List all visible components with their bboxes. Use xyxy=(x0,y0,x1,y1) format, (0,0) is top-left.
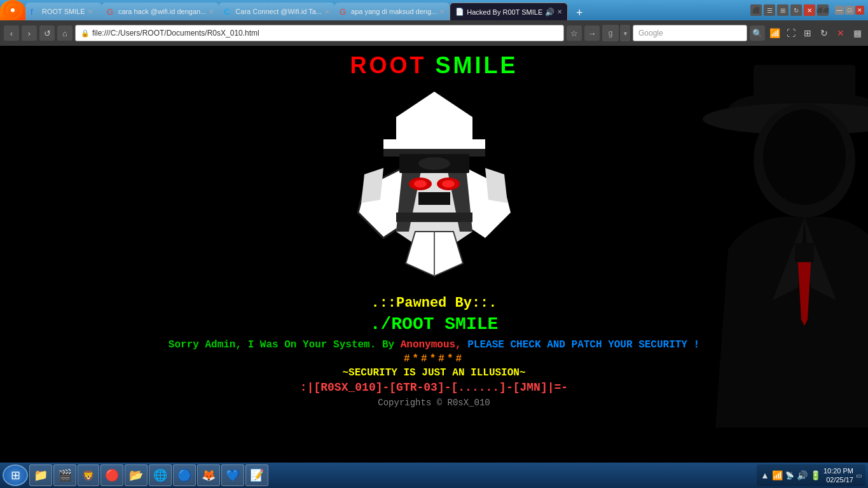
audio-icon: 🔊 xyxy=(545,8,555,17)
go-button[interactable]: → xyxy=(584,25,600,41)
uc-icon1[interactable]: ⬛ xyxy=(750,4,762,16)
address-bar[interactable]: 🔒 file:///C:/Users/ROOT/Documents/R0sX_0… xyxy=(75,25,564,41)
refresh-button[interactable]: ↺ xyxy=(39,25,55,41)
qr-icon[interactable]: ▦ xyxy=(850,26,864,40)
taskbar-item-folder-green[interactable]: 📂 xyxy=(125,464,148,486)
svg-point-6 xyxy=(754,103,855,218)
tray-battery[interactable]: 🔋 xyxy=(810,470,821,480)
taskbar-item-red[interactable]: 🔴 xyxy=(100,464,123,486)
dropdown-icon[interactable]: ▾ xyxy=(620,25,630,41)
hacker-logo xyxy=(345,85,523,289)
nav-bar: ‹ › ↺ ⌂ 🔒 file:///C:/Users/ROOT/Document… xyxy=(0,20,868,46)
svg-point-5 xyxy=(703,103,868,135)
svg-rect-23 xyxy=(418,192,450,205)
svg-point-3 xyxy=(728,90,868,129)
tab2-close[interactable]: ✕ xyxy=(209,8,214,15)
tab-facebook[interactable]: f ROOT SMILE ✕ xyxy=(25,3,102,20)
tab-cara-hack[interactable]: G cara hack @wifi.id dengan... ✕ xyxy=(102,3,219,20)
forward-button[interactable]: › xyxy=(22,25,37,41)
id-string-text: :|[R0SX_010]-[GTR-03]-[......]-[JMN]|=- xyxy=(300,381,568,394)
tray-signal[interactable]: 📡 xyxy=(785,471,794,480)
uc-icon4[interactable]: ↻ xyxy=(790,4,802,16)
title-bar: f ROOT SMILE ✕ G cara hack @wifi.id deng… xyxy=(0,0,868,20)
taskbar-item-firefox[interactable]: 🦊 xyxy=(197,464,220,486)
taskbar-item-explorer[interactable]: 📁 xyxy=(29,464,52,486)
copyright-text: Copyrights © R0sX_010 xyxy=(378,398,490,408)
taskbar-item-media[interactable]: 🎬 xyxy=(53,464,76,486)
block-icon[interactable]: ✕ xyxy=(834,26,848,40)
tab4-label: apa yang di maksud deng... xyxy=(351,8,437,15)
taskbar: ⊞ 📁 🎬 🦁 🔴 📂 🌐 🔵 🦊 💙 📝 xyxy=(0,463,868,488)
taskbar-item-chrome[interactable]: 🔵 xyxy=(173,464,196,486)
show-desktop-icon[interactable]: ▭ xyxy=(856,472,862,479)
tab5-label: Hacked By R00T SMILE xyxy=(467,8,542,16)
tray-arrow[interactable]: ▲ xyxy=(761,470,769,480)
patch-security-text: PLEASE CHECK AND PATCH YOUR SECURITY ! xyxy=(462,339,699,351)
taskbar-item-uc[interactable]: 🦁 xyxy=(78,464,99,486)
search-bar[interactable]: Google xyxy=(633,25,747,41)
maximize-button[interactable]: □ xyxy=(845,6,854,15)
tab3-label: Cara Connect @Wifi.id Ta... xyxy=(235,8,322,15)
svg-point-2 xyxy=(11,8,15,12)
fullscreen-icon[interactable]: ⛶ xyxy=(784,26,798,40)
tab1-close[interactable]: ✕ xyxy=(88,8,93,15)
red-icon: 🔴 xyxy=(105,468,119,482)
svg-marker-27 xyxy=(361,168,383,203)
tray-network[interactable]: 📶 xyxy=(772,470,783,480)
file-favicon: 📄 xyxy=(455,8,464,17)
firefox-icon: 🦊 xyxy=(202,468,216,482)
new-tab-button[interactable]: + xyxy=(570,5,588,20)
google-account-icon[interactable]: g xyxy=(602,25,619,41)
uc-icon5[interactable]: ✕ xyxy=(804,4,815,16)
bookmark-button[interactable]: ☆ xyxy=(567,25,582,41)
tray-volume[interactable]: 🔊 xyxy=(797,470,808,480)
pawned-by-label: .::Pawned By::. xyxy=(371,295,497,311)
address-text: file:///C:/Users/ROOT/Documents/R0sX_010… xyxy=(92,29,259,38)
google-favicon-4: G xyxy=(340,7,348,16)
svg-point-22 xyxy=(442,180,455,188)
home-button[interactable]: ⌂ xyxy=(57,25,72,41)
system-clock: 10:20 PM 02/25/17 xyxy=(823,466,853,485)
wifi-icon[interactable]: 📶 xyxy=(768,26,782,40)
address-icon: 🔒 xyxy=(81,29,90,38)
uc-icon6[interactable]: ⬛⬛ xyxy=(817,4,829,16)
background-figure xyxy=(626,46,868,463)
search-placeholder: Google xyxy=(638,29,663,38)
search-button[interactable]: 🔍 xyxy=(750,25,765,41)
pawned-by-text: .::Pawned By::. xyxy=(371,292,497,314)
wifi-favicon: C xyxy=(224,7,233,16)
nav-icons: 📶 ⛶ ⊞ ↻ ✕ ▦ xyxy=(768,26,864,40)
sync-icon[interactable]: ↻ xyxy=(817,26,831,40)
blue2-icon: 💙 xyxy=(226,468,240,482)
taskbar-item-notepad[interactable]: 📝 xyxy=(245,464,268,486)
sorry-admin-line: Sorry Admin, I Was On Your System. By An… xyxy=(169,339,699,351)
svg-rect-4 xyxy=(754,65,855,116)
svg-rect-18 xyxy=(396,213,472,222)
tab4-close[interactable]: ✕ xyxy=(439,8,444,15)
anonymous-text: Anonymous, xyxy=(401,339,462,351)
tab-apa-yang[interactable]: G apa yang di maksud deng... ✕ xyxy=(334,3,450,20)
close-button[interactable]: ✕ xyxy=(855,6,864,15)
taskbar-item-network[interactable]: 🌐 xyxy=(149,464,172,486)
start-button[interactable]: ⊞ xyxy=(3,464,28,486)
tab-hacked-active[interactable]: 📄 Hacked By R00T SMILE 🔊 ✕ xyxy=(450,3,568,20)
folder-green-icon: 📂 xyxy=(129,468,143,482)
uc-icon3[interactable]: ⊞ xyxy=(777,4,789,16)
facebook-favicon: f xyxy=(31,7,39,16)
uc-taskbar-icon: 🦁 xyxy=(82,470,95,482)
clock-time: 10:20 PM xyxy=(823,466,853,475)
rootsmile-handle: ./ROOT SMILE xyxy=(370,314,499,334)
tab3-close[interactable]: ✕ xyxy=(324,8,329,15)
taskbar-item-blue2[interactable]: 💙 xyxy=(221,464,244,486)
grid-icon[interactable]: ⊞ xyxy=(801,26,815,40)
tab-cara-connect[interactable]: C Cara Connect @Wifi.id Ta... ✕ xyxy=(219,3,334,20)
sorry-green-text: Sorry Admin, I Was On Your System. By xyxy=(169,339,401,351)
svg-point-7 xyxy=(763,109,846,205)
back-button[interactable]: ‹ xyxy=(4,25,19,41)
minimize-button[interactable]: — xyxy=(835,6,844,15)
tab5-close[interactable]: ✕ xyxy=(557,8,562,15)
media-icon: 🎬 xyxy=(58,468,72,482)
chrome-icon: 🔵 xyxy=(177,468,191,482)
hash-line: #*#*#*# xyxy=(404,353,464,365)
uc-icon2[interactable]: ☰ xyxy=(764,4,775,16)
